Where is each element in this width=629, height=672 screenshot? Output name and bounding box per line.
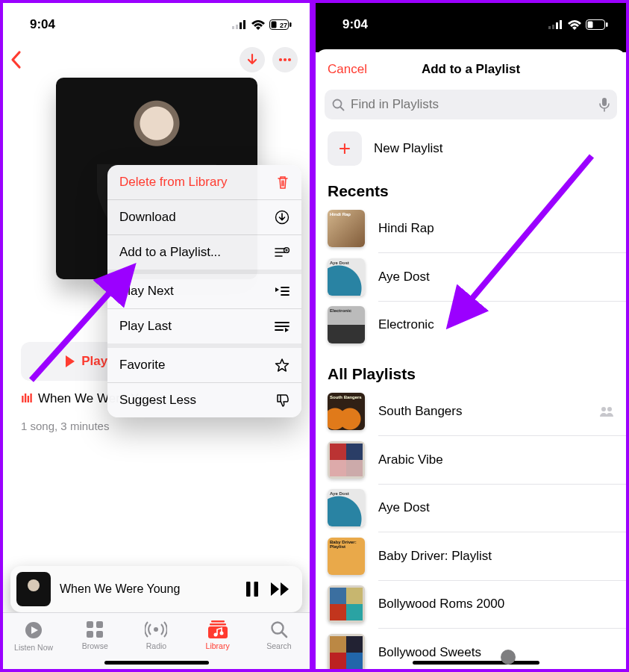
svg-rect-32 [560,20,562,29]
playlist-cover: Baby Driver: Playlist [328,538,365,575]
mini-player-title: When We Were Young [60,582,235,596]
more-button[interactable] [272,47,298,72]
search-input[interactable] [351,97,593,112]
signal-icon [548,20,563,29]
svg-rect-18 [96,621,103,628]
status-bar: 9:04 27 [3,3,310,42]
nav-row [3,42,310,75]
grid-icon [86,620,104,638]
tab-label: Radio [146,641,166,650]
signal-icon [232,20,247,29]
svg-rect-14 [246,582,251,597]
new-playlist-label: New Playlist [374,141,443,156]
svg-rect-24 [208,626,228,638]
star-icon [275,358,290,373]
screenshot-left-phone: 9:04 27 Play ılıl When We Were [0,0,313,672]
svg-text:27: 27 [280,22,287,29]
next-track-icon[interactable] [269,581,292,597]
screenshot-right-phone: 9:04 27 Cancel Add to a Playlist + New P… [313,0,629,672]
redaction-bar [413,661,539,665]
sheet-header: Cancel Add to a Playlist [316,49,626,90]
playlist-label: Bollywood Roms 2000 [378,597,614,612]
add-to-playlist-icon [275,246,290,258]
menu-suggest-less[interactable]: Suggest Less [107,382,301,417]
play-next-icon [275,285,290,297]
svg-rect-19 [87,631,93,638]
playlist-row[interactable]: Bollywood Roms 2000 [316,580,626,628]
annotation-arrow [16,257,143,384]
menu-label: Delete from Library [119,175,228,190]
tab-browse[interactable]: Browse [68,620,122,650]
playlist-row[interactable]: Aye Dost Aye Dost [316,484,626,532]
tab-bar: Listen Now Browse Radio Library Search [3,612,310,669]
playlist-label: South Bangers [378,404,586,419]
home-indicator[interactable] [104,661,209,665]
svg-rect-6 [290,22,292,27]
tab-label: Search [266,641,291,650]
menu-label: Download [119,210,176,225]
playlist-cover: South Bangers [328,393,365,430]
tab-label: Browse [82,641,108,650]
tab-label: Library [206,641,230,650]
playlist-label: Baby Driver: Playlist [378,549,614,564]
wifi-icon [568,20,581,30]
cancel-button[interactable]: Cancel [328,62,367,77]
menu-label: Suggest Less [119,393,196,408]
thumbs-down-icon [275,393,290,408]
sheet-title: Add to a Playlist [422,62,520,77]
tab-listen-now[interactable]: Listen Now [7,620,60,652]
menu-download[interactable]: Download [107,199,301,234]
status-icons: 27 [548,19,608,30]
wifi-icon [251,20,265,30]
playlist-row[interactable]: South Bangers South Bangers [316,388,626,435]
add-to-playlist-sheet: Cancel Add to a Playlist + New Playlist … [316,49,626,669]
svg-rect-35 [606,22,608,27]
more-dots-icon [278,57,292,62]
tab-library[interactable]: Library [191,620,245,650]
svg-rect-0 [232,26,234,29]
radio-icon [145,620,167,638]
svg-rect-30 [552,25,554,29]
download-button[interactable] [240,47,265,72]
svg-rect-15 [254,582,259,597]
play-circle-icon [24,620,43,640]
menu-delete-from-library[interactable]: Delete from Library [107,165,301,199]
playlist-cover: Hindi Rap [328,210,365,247]
svg-line-42 [454,156,592,320]
svg-rect-3 [243,20,245,29]
svg-text:27: 27 [596,22,604,29]
svg-point-26 [219,632,223,635]
tab-radio[interactable]: Radio [129,620,183,650]
svg-rect-5 [272,22,277,28]
search-icon [270,620,288,638]
playlist-cover [328,585,365,623]
playlist-label: Aye Dost [378,500,614,515]
svg-rect-1 [236,25,238,29]
playlist-row[interactable]: Baby Driver: Playlist Baby Driver: Playl… [316,532,626,580]
now-playing-bars-icon: ılıl [21,391,32,406]
dictation-icon[interactable] [599,97,610,112]
svg-point-41 [607,407,612,411]
svg-rect-22 [211,620,225,623]
svg-point-21 [154,627,158,632]
playlist-row[interactable]: Arabic Vibe [316,436,626,484]
playlist-cover: Aye Dost [328,489,365,526]
search-bar[interactable] [325,90,617,119]
svg-rect-20 [96,631,103,638]
battery-icon: 27 [269,19,292,30]
playlist-cover: Aye Dost [328,258,365,296]
plus-icon: + [328,131,362,166]
back-chevron-icon[interactable] [7,49,25,70]
svg-point-40 [601,407,606,411]
mini-player[interactable]: When We Were Young [10,566,302,612]
pause-icon[interactable] [244,580,260,598]
playlist-cover: Electronic [328,306,365,343]
trash-icon [276,175,290,190]
library-icon [208,620,228,638]
svg-rect-17 [87,621,93,628]
status-bar: 9:04 27 [316,3,626,42]
svg-rect-29 [548,26,551,29]
svg-rect-2 [240,22,242,29]
section-all-title: All Playlists [316,349,626,388]
tab-search[interactable]: Search [252,620,306,650]
